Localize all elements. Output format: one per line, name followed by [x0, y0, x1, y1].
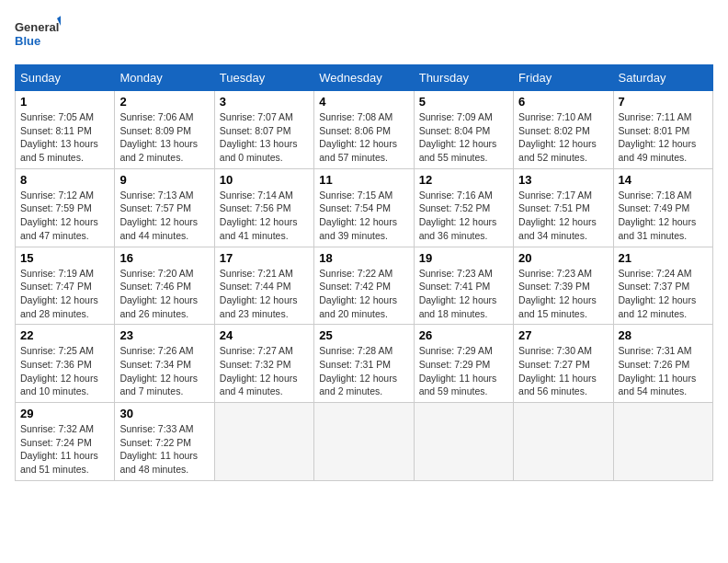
- day-info: Sunrise: 7:15 AM Sunset: 7:54 PM Dayligh…: [319, 189, 408, 243]
- calendar-cell: 12 Sunrise: 7:16 AM Sunset: 7:52 PM Dayl…: [414, 168, 513, 247]
- day-info: Sunrise: 7:27 AM Sunset: 7:32 PM Dayligh…: [220, 344, 309, 398]
- daylight: Daylight: 12 hours and 36 minutes.: [419, 216, 497, 241]
- calendar-cell: 5 Sunrise: 7:09 AM Sunset: 8:04 PM Dayli…: [414, 91, 513, 169]
- daylight: Daylight: 13 hours and 5 minutes.: [20, 138, 98, 163]
- sunset: Sunset: 7:22 PM: [119, 437, 191, 448]
- day-number: 15: [20, 251, 109, 265]
- calendar-header-tuesday: Tuesday: [214, 65, 313, 91]
- calendar-cell: 7 Sunrise: 7:11 AM Sunset: 8:01 PM Dayli…: [613, 91, 712, 169]
- day-number: 29: [20, 407, 109, 420]
- daylight: Daylight: 12 hours and 41 minutes.: [220, 216, 298, 241]
- sunrise: Sunrise: 7:09 AM: [419, 111, 493, 122]
- day-number: 13: [518, 173, 608, 187]
- daylight: Daylight: 12 hours and 23 minutes.: [220, 294, 298, 319]
- sunset: Sunset: 7:42 PM: [319, 281, 391, 292]
- sunset: Sunset: 7:51 PM: [518, 202, 590, 213]
- calendar-cell: 24 Sunrise: 7:27 AM Sunset: 7:32 PM Dayl…: [214, 325, 313, 403]
- sunset: Sunset: 7:34 PM: [119, 359, 191, 370]
- sunrise: Sunrise: 7:07 AM: [220, 111, 293, 122]
- logo-svg: General Blue: [15, 15, 61, 53]
- sunrise: Sunrise: 7:20 AM: [119, 268, 193, 279]
- day-number: 24: [220, 328, 309, 342]
- day-number: 20: [518, 251, 608, 265]
- sunset: Sunset: 8:11 PM: [20, 125, 92, 136]
- day-info: Sunrise: 7:12 AM Sunset: 7:59 PM Dayligh…: [20, 189, 109, 243]
- calendar-cell: 4 Sunrise: 7:08 AM Sunset: 8:06 PM Dayli…: [314, 91, 414, 169]
- sunrise: Sunrise: 7:24 AM: [619, 268, 692, 279]
- sunset: Sunset: 7:36 PM: [20, 359, 92, 370]
- daylight: Daylight: 12 hours and 34 minutes.: [518, 216, 597, 241]
- day-info: Sunrise: 7:23 AM Sunset: 7:41 PM Dayligh…: [419, 267, 508, 321]
- day-info: Sunrise: 7:11 AM Sunset: 8:01 PM Dayligh…: [619, 110, 708, 165]
- daylight: Daylight: 12 hours and 39 minutes.: [319, 216, 397, 241]
- calendar-header-friday: Friday: [514, 65, 613, 91]
- daylight: Daylight: 12 hours and 52 minutes.: [518, 138, 597, 163]
- day-number: 22: [20, 328, 109, 342]
- sunset: Sunset: 8:04 PM: [419, 125, 491, 136]
- daylight: Daylight: 12 hours and 28 minutes.: [20, 294, 98, 319]
- sunrise: Sunrise: 7:27 AM: [220, 345, 293, 356]
- calendar-week-row: 1 Sunrise: 7:05 AM Sunset: 8:11 PM Dayli…: [16, 91, 713, 169]
- day-number: 1: [20, 95, 109, 109]
- calendar-table: SundayMondayTuesdayWednesdayThursdayFrid…: [15, 64, 713, 481]
- daylight: Daylight: 12 hours and 26 minutes.: [119, 294, 198, 319]
- sunrise: Sunrise: 7:25 AM: [20, 345, 94, 356]
- calendar-cell: [613, 403, 712, 481]
- sunset: Sunset: 8:07 PM: [220, 125, 291, 136]
- sunset: Sunset: 8:09 PM: [119, 125, 191, 136]
- sunset: Sunset: 7:41 PM: [419, 281, 491, 292]
- day-number: 17: [220, 251, 309, 265]
- calendar-header-saturday: Saturday: [613, 65, 712, 91]
- daylight: Daylight: 12 hours and 15 minutes.: [518, 294, 597, 319]
- calendar-cell: 22 Sunrise: 7:25 AM Sunset: 7:36 PM Dayl…: [16, 325, 115, 403]
- day-number: 26: [419, 328, 508, 342]
- svg-text:Blue: Blue: [15, 34, 40, 48]
- day-info: Sunrise: 7:16 AM Sunset: 7:52 PM Dayligh…: [419, 189, 508, 243]
- day-info: Sunrise: 7:17 AM Sunset: 7:51 PM Dayligh…: [518, 189, 608, 243]
- sunrise: Sunrise: 7:08 AM: [319, 111, 392, 122]
- day-number: 30: [119, 407, 209, 420]
- sunrise: Sunrise: 7:22 AM: [319, 268, 392, 279]
- sunrise: Sunrise: 7:06 AM: [119, 111, 193, 122]
- sunrise: Sunrise: 7:21 AM: [220, 268, 293, 279]
- day-info: Sunrise: 7:29 AM Sunset: 7:29 PM Dayligh…: [419, 344, 508, 398]
- daylight: Daylight: 11 hours and 54 minutes.: [619, 373, 697, 397]
- sunrise: Sunrise: 7:12 AM: [20, 190, 94, 201]
- sunrise: Sunrise: 7:19 AM: [20, 268, 94, 279]
- daylight: Daylight: 12 hours and 49 minutes.: [619, 138, 697, 163]
- day-number: 10: [220, 173, 309, 187]
- sunrise: Sunrise: 7:15 AM: [319, 190, 392, 201]
- day-info: Sunrise: 7:33 AM Sunset: 7:22 PM Dayligh…: [119, 422, 209, 477]
- sunset: Sunset: 7:57 PM: [119, 202, 191, 213]
- daylight: Daylight: 12 hours and 44 minutes.: [119, 216, 198, 241]
- day-number: 12: [419, 173, 508, 187]
- calendar-cell: 23 Sunrise: 7:26 AM Sunset: 7:34 PM Dayl…: [115, 325, 214, 403]
- sunset: Sunset: 8:06 PM: [319, 125, 391, 136]
- calendar-cell: 15 Sunrise: 7:19 AM Sunset: 7:47 PM Dayl…: [16, 247, 115, 325]
- day-number: 9: [119, 173, 209, 187]
- calendar-cell: 29 Sunrise: 7:32 AM Sunset: 7:24 PM Dayl…: [16, 403, 115, 481]
- sunset: Sunset: 7:47 PM: [20, 281, 92, 292]
- sunset: Sunset: 7:24 PM: [20, 437, 92, 448]
- calendar-cell: 6 Sunrise: 7:10 AM Sunset: 8:02 PM Dayli…: [514, 91, 613, 169]
- day-info: Sunrise: 7:14 AM Sunset: 7:56 PM Dayligh…: [220, 189, 309, 243]
- sunset: Sunset: 7:29 PM: [419, 359, 491, 370]
- day-info: Sunrise: 7:23 AM Sunset: 7:39 PM Dayligh…: [518, 267, 608, 321]
- day-info: Sunrise: 7:26 AM Sunset: 7:34 PM Dayligh…: [119, 344, 209, 398]
- sunrise: Sunrise: 7:13 AM: [119, 190, 193, 201]
- logo: General Blue: [15, 15, 61, 53]
- sunrise: Sunrise: 7:10 AM: [518, 111, 592, 122]
- day-info: Sunrise: 7:09 AM Sunset: 8:04 PM Dayligh…: [419, 110, 508, 165]
- calendar-cell: 26 Sunrise: 7:29 AM Sunset: 7:29 PM Dayl…: [414, 325, 513, 403]
- day-number: 2: [119, 95, 209, 109]
- day-info: Sunrise: 7:19 AM Sunset: 7:47 PM Dayligh…: [20, 267, 109, 321]
- sunset: Sunset: 7:31 PM: [319, 359, 391, 370]
- calendar-header-wednesday: Wednesday: [314, 65, 414, 91]
- daylight: Daylight: 12 hours and 31 minutes.: [619, 216, 697, 241]
- calendar-week-row: 29 Sunrise: 7:32 AM Sunset: 7:24 PM Dayl…: [16, 403, 713, 481]
- day-info: Sunrise: 7:25 AM Sunset: 7:36 PM Dayligh…: [20, 344, 109, 398]
- daylight: Daylight: 12 hours and 18 minutes.: [419, 294, 497, 319]
- sunrise: Sunrise: 7:17 AM: [518, 190, 592, 201]
- calendar-cell: 11 Sunrise: 7:15 AM Sunset: 7:54 PM Dayl…: [314, 168, 414, 247]
- calendar-cell: 13 Sunrise: 7:17 AM Sunset: 7:51 PM Dayl…: [514, 168, 613, 247]
